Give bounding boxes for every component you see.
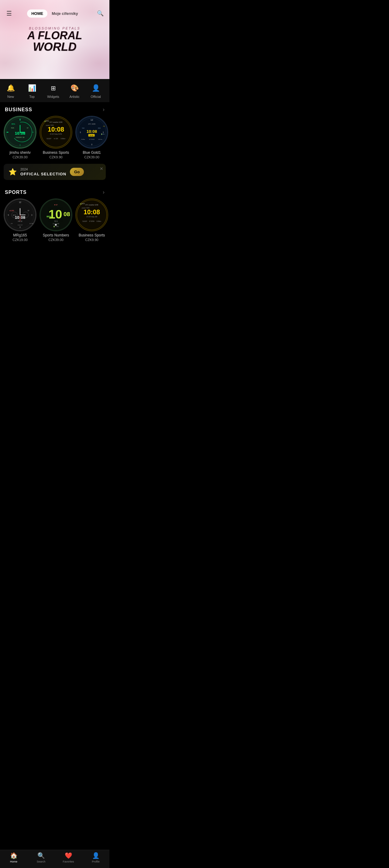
- sports-title: SPORTS: [5, 190, 27, 195]
- svg-text:🔋 7645: 🔋 7645: [53, 225, 59, 228]
- category-artistic-label: Artistic: [70, 95, 79, 98]
- category-official[interactable]: 👤 Official: [85, 82, 106, 101]
- svg-text:328: 328: [11, 223, 12, 224]
- svg-text:7645: 7645: [82, 128, 85, 129]
- promo-star-icon: ⭐: [8, 168, 17, 176]
- promo-banner: ⭐ 2024 OFFICAL SELECTION Go ✕: [4, 164, 106, 180]
- tab-my-watches[interactable]: Moje ciferníky: [47, 9, 83, 18]
- svg-text:10·18: 10·18: [90, 135, 93, 136]
- category-top[interactable]: 📊 Top: [21, 82, 42, 101]
- svg-text:FR: FR: [103, 126, 105, 127]
- svg-text:SLEEP: SLEEP: [46, 138, 51, 140]
- svg-text:💬: 💬: [55, 224, 57, 226]
- watch-item-jinshu[interactable]: 10:08 FRIDAY 18 7645 97 80% jinshu shenl…: [4, 116, 36, 159]
- promo-text: OFFICAL SELECTION: [20, 172, 66, 176]
- svg-text:✉ 328: ✉ 328: [54, 138, 58, 140]
- new-icon: 🔔: [5, 83, 16, 94]
- svg-text:3.66km: 3.66km: [61, 138, 65, 140]
- sports-watch-row: 12 3 6 9 24°C 10:08 FRI 18 328 7645 STP: [0, 198, 109, 266]
- business-title: BUSINESS: [5, 107, 32, 113]
- watch-name-blue-gold: Blue Gold1: [83, 150, 101, 155]
- svg-text:75°F: 75°F: [54, 220, 58, 222]
- watch-price-business-sports: CZK9.90: [49, 155, 62, 159]
- watch-item-business-sports-2[interactable]: 24°C weather·10/36 10:08 10·18 Friday 32…: [75, 198, 108, 242]
- svg-text:7h30m↑: 7h30m↑: [81, 139, 86, 140]
- svg-text:♥ 97: ♥ 97: [54, 204, 58, 206]
- business-arrow[interactable]: ›: [103, 106, 104, 113]
- svg-text:12: 12: [91, 119, 93, 121]
- svg-text:NO MSG: NO MSG: [30, 223, 34, 224]
- category-widgets[interactable]: ⊞ Widgets: [42, 82, 64, 101]
- svg-text:7645: 7645: [11, 127, 14, 129]
- category-new-label: New: [7, 95, 14, 98]
- svg-text:🔋80%: 🔋80%: [80, 203, 85, 205]
- svg-text:🔋80%: 🔋80%: [101, 133, 105, 135]
- svg-text:10:08: 10:08: [48, 126, 64, 133]
- business-section-header: BUSINESS ›: [0, 102, 109, 116]
- svg-text:9: 9: [8, 214, 9, 216]
- watch-item-blue-gold[interactable]: 12 3 6 9 24°C 18/26 10:08 10·18 7645 268…: [75, 116, 108, 159]
- top-icon: 📊: [27, 83, 37, 94]
- svg-text:FRIDAY 18: FRIDAY 18: [16, 136, 25, 138]
- sports-section-header: SPORTS ›: [0, 185, 109, 198]
- widgets-icon: ⊞: [48, 83, 59, 94]
- svg-text:08: 08: [64, 211, 70, 217]
- svg-text:10·18   Friday   DATE: 10·18 Friday DATE: [50, 133, 62, 135]
- svg-text:6: 6: [20, 226, 21, 228]
- promo-go-button[interactable]: Go: [70, 168, 84, 176]
- svg-text:10: 10: [48, 207, 62, 221]
- svg-text:♥1/255: ♥1/255: [9, 210, 14, 212]
- search-icon[interactable]: 🔍: [96, 9, 104, 18]
- svg-text:24°C 18/26: 24°C 18/26: [88, 123, 95, 125]
- svg-text:3.66 km: 3.66 km: [98, 139, 102, 140]
- svg-text:power 7645: power 7645: [46, 125, 54, 126]
- svg-text:10·18   Friday   328: 10·18 Friday 328: [86, 216, 97, 218]
- watch-name-sports-numbers: Sports Numbers: [43, 233, 69, 237]
- watch-item-sports-numbers[interactable]: ♥ 97 10 08 75°F 10-18 FRI 80% 🔋 7645 💬 S…: [39, 198, 72, 242]
- svg-text:12: 12: [19, 201, 21, 203]
- category-new[interactable]: 🔔 New: [0, 82, 21, 101]
- category-bar: 🔔 New 📊 Top ⊞ Widgets 🎨 Artistic 👤 Offic…: [0, 79, 109, 102]
- category-official-label: Official: [91, 95, 101, 98]
- watch-item-business-sports[interactable]: 24°C weather·10/36 10:08 10·18 Friday DA…: [39, 116, 72, 159]
- tab-home[interactable]: HOME: [27, 9, 47, 18]
- svg-text:97: 97: [27, 127, 29, 129]
- svg-text:80%: 80%: [11, 123, 15, 125]
- svg-text:🔋80%: 🔋80%: [44, 120, 49, 122]
- official-icon: 👤: [90, 83, 101, 94]
- svg-text:3.66km: 3.66km: [96, 221, 101, 222]
- promo-close-button[interactable]: ✕: [100, 166, 103, 171]
- business-watch-row: 10:08 FRIDAY 18 7645 97 80% jinshu shenl…: [0, 116, 109, 164]
- watch-price-business-sports-2: CZK9.90: [85, 238, 98, 242]
- artistic-icon: 🎨: [69, 83, 80, 94]
- svg-text:24°C weather·10/36: 24°C weather·10/36: [86, 204, 98, 206]
- svg-text:24°C weather·10/36: 24°C weather·10/36: [50, 122, 63, 123]
- svg-text:7645 STP: 7645 STP: [17, 225, 23, 226]
- category-artistic[interactable]: 🎨 Artistic: [64, 82, 85, 101]
- watch-price-sports-numbers: CZK39.00: [48, 238, 64, 242]
- svg-text:10:08: 10:08: [87, 129, 97, 134]
- watch-price-mrg165: CZK19.00: [12, 238, 28, 242]
- svg-text:2680: 2680: [98, 128, 101, 129]
- svg-text:power 7645: power 7645: [82, 207, 89, 209]
- svg-text:3: 3: [103, 131, 104, 133]
- sports-arrow[interactable]: ›: [103, 189, 104, 195]
- svg-text:SLEEP: SLEEP: [83, 221, 87, 222]
- svg-text:80%: 80%: [46, 215, 51, 218]
- watch-price-jinshu: CZK39.00: [12, 155, 28, 159]
- watch-item-mrg165[interactable]: 12 3 6 9 24°C 10:08 FRI 18 328 7645 STP: [4, 198, 36, 242]
- hero-banner: ☰ HOME Moje ciferníky 🔍 Blossoming Petal…: [0, 0, 109, 79]
- category-widgets-label: Widgets: [47, 95, 59, 98]
- svg-text:3: 3: [31, 214, 33, 216]
- svg-text:97: 97: [28, 210, 30, 212]
- svg-text:9: 9: [80, 131, 81, 133]
- watch-price-blue-gold: CZK39.00: [84, 155, 99, 159]
- svg-text:97 75/108: 97 75/108: [89, 139, 94, 140]
- svg-text:6: 6: [91, 144, 92, 146]
- watch-name-business-sports: Business Sports: [43, 150, 69, 155]
- menu-icon[interactable]: ☰: [5, 9, 13, 18]
- watch-name-mrg165: MRg165: [13, 233, 27, 237]
- watch-name-jinshu: jinshu shenlv: [9, 150, 30, 155]
- category-top-label: Top: [29, 95, 35, 98]
- svg-text:97 BPM: 97 BPM: [89, 221, 94, 222]
